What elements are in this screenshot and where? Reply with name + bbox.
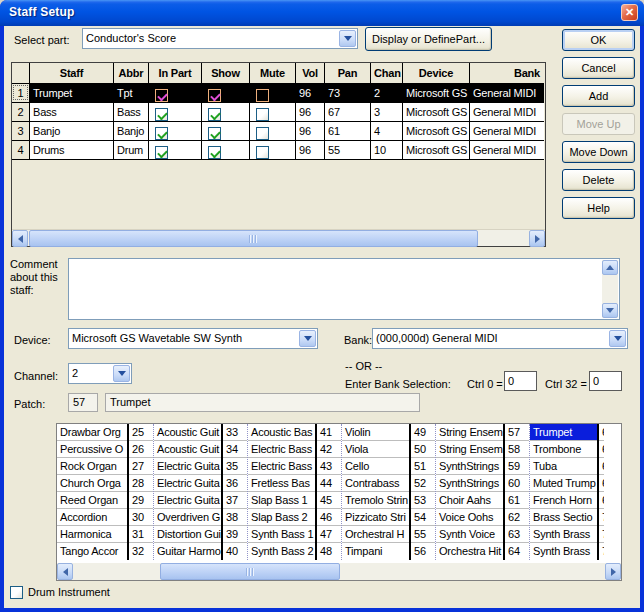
- patch-cell[interactable]: Orchestra Hit: [436, 543, 503, 560]
- bank-cell[interactable]: General MIDI: [470, 122, 544, 141]
- patch-cell[interactable]: 37: [223, 492, 247, 509]
- patch-cell[interactable]: Slap Bass 1: [248, 492, 315, 509]
- channel-combobox[interactable]: 2: [68, 363, 132, 384]
- scroll-thumb[interactable]: [29, 230, 478, 247]
- patch-cell[interactable]: Electric Guita: [154, 492, 221, 509]
- scroll-down-icon[interactable]: [602, 303, 618, 318]
- patch-cell[interactable]: Cello: [342, 458, 409, 475]
- patch-cell[interactable]: 68: [599, 475, 604, 492]
- row-number-cell[interactable]: 3: [12, 122, 30, 141]
- patch-cell[interactable]: Synth Voice: [436, 526, 503, 543]
- patch-cell[interactable]: 33: [223, 424, 247, 441]
- patch-cell[interactable]: 30: [129, 509, 153, 526]
- chan-cell[interactable]: 4: [371, 122, 403, 141]
- staff-table-row[interactable]: 1TrumpetTpt96732Microsoft GS WaGeneral M…: [12, 84, 545, 103]
- abbr-cell[interactable]: Tpt: [114, 84, 149, 103]
- close-icon[interactable]: ✕: [621, 4, 638, 21]
- pan-cell[interactable]: 73: [325, 84, 371, 103]
- staff-table-row[interactable]: 3BanjoBanjo96614Microsoft GS WaGeneral M…: [12, 122, 545, 141]
- patch-cell[interactable]: Reed Organ: [57, 492, 127, 509]
- patch-grid-hscrollbar[interactable]: [57, 563, 621, 580]
- patch-cell[interactable]: Acoustic Guit: [154, 441, 221, 458]
- device-combobox[interactable]: Microsoft GS Wavetable SW Synth: [68, 328, 318, 349]
- patch-cell[interactable]: Synth Bass 2: [248, 543, 315, 560]
- patch-cell[interactable]: 61: [505, 492, 529, 509]
- row-number-cell[interactable]: 1: [12, 84, 30, 103]
- show-checkbox[interactable]: [208, 127, 221, 140]
- abbr-cell[interactable]: Drum: [114, 141, 149, 160]
- patch-cell[interactable]: 40: [223, 543, 247, 560]
- patch-cell[interactable]: 66: [599, 441, 604, 458]
- patch-cell[interactable]: 51: [411, 458, 435, 475]
- device-cell[interactable]: Microsoft GS Wa: [403, 122, 470, 141]
- vol-cell[interactable]: 96: [296, 84, 325, 103]
- patch-cell[interactable]: 59: [505, 458, 529, 475]
- chan-cell[interactable]: 2: [371, 84, 403, 103]
- patch-cell[interactable]: French Horn: [530, 492, 597, 509]
- patch-cell[interactable]: Accordion: [57, 509, 127, 526]
- pan-cell[interactable]: 61: [325, 122, 371, 141]
- move-down-button[interactable]: Move Down: [562, 141, 635, 163]
- patch-cell[interactable]: 65: [599, 424, 604, 441]
- patch-cell[interactable]: Harmonica: [57, 526, 127, 543]
- patch-cell[interactable]: Choir Aahs: [436, 492, 503, 509]
- patch-cell[interactable]: Fretless Bas: [248, 475, 315, 492]
- patch-cell[interactable]: Trumpet: [530, 424, 597, 441]
- chevron-down-icon[interactable]: [299, 330, 316, 347]
- header-staff[interactable]: Staff: [30, 63, 114, 84]
- ok-button[interactable]: OK: [562, 29, 635, 51]
- vol-cell[interactable]: 96: [296, 122, 325, 141]
- patch-cell[interactable]: Drawbar Org: [57, 424, 127, 441]
- patch-cell[interactable]: Slap Bass 2: [248, 509, 315, 526]
- header-vol[interactable]: Vol: [296, 63, 325, 84]
- patch-cell[interactable]: 28: [129, 475, 153, 492]
- patch-cell[interactable]: Violin: [342, 424, 409, 441]
- patch-cell[interactable]: 58: [505, 441, 529, 458]
- chevron-down-icon[interactable]: [113, 365, 130, 382]
- patch-cell[interactable]: 36: [223, 475, 247, 492]
- patch-cell[interactable]: Church Orga: [57, 475, 127, 492]
- patch-cell[interactable]: 48: [317, 543, 341, 560]
- header-pan[interactable]: Pan: [325, 63, 371, 84]
- staff-table-row[interactable]: 2BassBass96673Microsoft GS WaGeneral MID…: [12, 103, 545, 122]
- patch-cell[interactable]: Rock Organ: [57, 458, 127, 475]
- scroll-right-icon[interactable]: [529, 230, 545, 247]
- patch-cell[interactable]: 32: [129, 543, 153, 560]
- chevron-down-icon[interactable]: [609, 330, 626, 347]
- patch-cell[interactable]: Brass Sectio: [530, 509, 597, 526]
- bank-cell[interactable]: General MIDI: [470, 141, 544, 160]
- patch-cell[interactable]: Contrabass: [342, 475, 409, 492]
- patch-cell[interactable]: 60: [505, 475, 529, 492]
- patch-cell[interactable]: Electric Bass: [248, 458, 315, 475]
- patch-cell[interactable]: Orchestral H: [342, 526, 409, 543]
- patch-cell[interactable]: Electric Guita: [154, 475, 221, 492]
- patch-cell[interactable]: Voice Oohs: [436, 509, 503, 526]
- vol-cell[interactable]: 96: [296, 103, 325, 122]
- staff-cell[interactable]: Bass: [30, 103, 114, 122]
- patch-cell[interactable]: Percussive O: [57, 441, 127, 458]
- show-checkbox[interactable]: [208, 146, 221, 159]
- in-part-checkbox[interactable]: [155, 108, 168, 121]
- titlebar[interactable]: Staff Setup ✕: [0, 0, 644, 26]
- select-part-combobox[interactable]: Conductor's Score: [82, 28, 358, 49]
- staff-table-hscrollbar[interactable]: [12, 229, 545, 246]
- header-chan[interactable]: Chan: [371, 63, 403, 84]
- patch-cell[interactable]: 42: [317, 441, 341, 458]
- patch-cell[interactable]: 69: [599, 492, 604, 509]
- patch-cell[interactable]: Pizzicato Stri: [342, 509, 409, 526]
- device-cell[interactable]: Microsoft GS Wa: [403, 141, 470, 160]
- patch-cell[interactable]: 34: [223, 441, 247, 458]
- patch-cell[interactable]: 29: [129, 492, 153, 509]
- patch-cell[interactable]: 62: [505, 509, 529, 526]
- patch-cell[interactable]: 50: [411, 441, 435, 458]
- in-part-checkbox[interactable]: [155, 127, 168, 140]
- patch-cell[interactable]: 52: [411, 475, 435, 492]
- patch-cell[interactable]: 41: [317, 424, 341, 441]
- patch-cell[interactable]: Tremolo Strin: [342, 492, 409, 509]
- patch-cell[interactable]: Synth Brass: [530, 526, 597, 543]
- patch-cell[interactable]: Timpani: [342, 543, 409, 560]
- device-cell[interactable]: Microsoft GS Wa: [403, 84, 470, 103]
- patch-cell[interactable]: 38: [223, 509, 247, 526]
- scroll-left-icon[interactable]: [12, 230, 28, 247]
- patch-cell[interactable]: String Ensem: [436, 441, 503, 458]
